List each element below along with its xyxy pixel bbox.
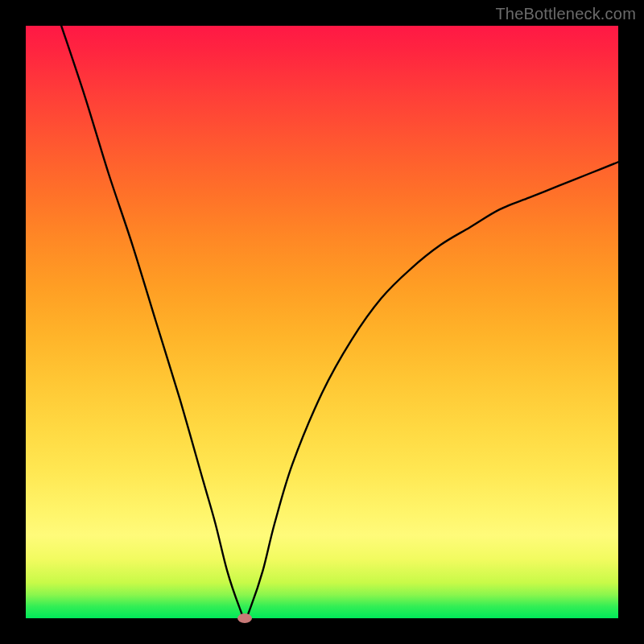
- plot-area: [26, 26, 618, 618]
- chart-frame: TheBottleneck.com: [0, 0, 644, 644]
- bottleneck-curve: [26, 26, 618, 618]
- optimal-point-marker: [237, 613, 252, 623]
- watermark-text: TheBottleneck.com: [495, 5, 636, 23]
